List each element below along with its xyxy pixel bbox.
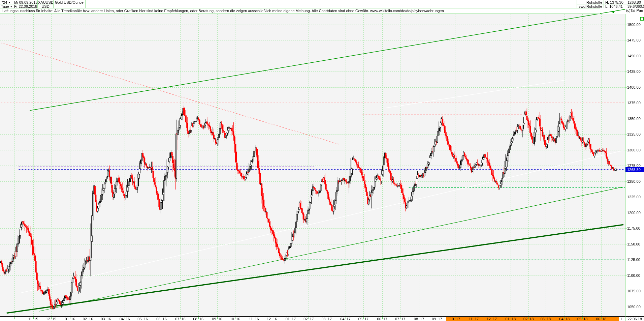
disclaimer-box: Haftungsausschluss für Inhalte: Alle Tre… — [0, 8, 600, 14]
x-axis-label: 02 17 — [303, 317, 314, 321]
y-axis-label: 1200.00 — [627, 211, 641, 215]
x-axis-label: 07 17 — [395, 317, 406, 321]
x-axis-label: 03 17 — [321, 317, 332, 321]
y-axis-label: 1500.00 — [627, 23, 641, 27]
y-axis-label: 1375.00 — [627, 101, 641, 105]
x-axis-label: 06 16 — [156, 317, 167, 321]
last-bar-marker-label: L — [621, 317, 623, 321]
price-chart-canvas[interactable] — [0, 0, 644, 321]
x-axis-label: 08 16 — [193, 317, 203, 321]
header-bar: 724 Tage Mi 09.09.2015 Fr 22.06.2018 XAU… — [0, 0, 644, 8]
x-axis-label: 12 16 — [267, 317, 277, 321]
y-axis-label: 1475.00 — [627, 38, 641, 42]
x-axis-label: 06 17 — [377, 317, 388, 321]
x-axis-label: 02 16 — [83, 317, 93, 321]
x-axis-label: 01 18 — [506, 317, 516, 321]
x-axis-label: 11 15 — [28, 317, 38, 321]
y-axis-label: 1275.00 — [627, 164, 641, 168]
y-axis-label: 1150.00 — [627, 242, 640, 246]
taipan-chart-window: 724 Tage Mi 09.09.2015 Fr 22.06.2018 XAU… — [0, 0, 644, 321]
x-axis-label: 03 16 — [101, 317, 111, 321]
y-axis-label: 1250.00 — [627, 179, 641, 183]
disclaimer-text: Haftungsausschluss für Inhalte: Alle Tre… — [2, 9, 599, 13]
x-axis-label: 04 16 — [120, 317, 130, 321]
instrument-name: Gold USD/Ounce — [55, 0, 84, 4]
x-axis-label: 07 16 — [175, 317, 186, 321]
x-axis-label: 12 15 — [46, 317, 57, 321]
last-price-badge: 1268.80 — [627, 168, 641, 172]
y-axis-label: 1100.00 — [627, 273, 640, 278]
y-axis-label: 1350.00 — [627, 117, 641, 121]
x-axis-label: 02 18 — [523, 317, 534, 321]
x-axis-label: 08 17 — [414, 317, 424, 321]
y-axis-label: 1325.00 — [627, 132, 641, 136]
y-axis-label: 1450.00 — [627, 54, 641, 58]
x-axis-label: 10 17 — [450, 317, 460, 321]
x-axis-label: 05 17 — [358, 317, 369, 321]
y-axis-label: 1050.00 — [627, 305, 641, 309]
y-axis-label: 1125.00 — [627, 258, 640, 262]
y-axis-label: 1400.00 — [627, 85, 641, 89]
x-axis-label: 04 17 — [340, 317, 351, 321]
copyright-label: (c)Tai-Pan — [620, 8, 644, 13]
x-axis-label: 06 18 — [596, 317, 607, 321]
y-axis-label: 1075.00 — [627, 289, 641, 293]
x-axis-label: 05 16 — [137, 317, 148, 321]
x-axis-label: 01 16 — [65, 317, 75, 321]
x-axis-label: 09 17 — [432, 317, 442, 321]
x-axis-label: 03 18 — [541, 317, 551, 321]
x-axis-label: 01 17 — [286, 317, 296, 321]
x-axis-label: 04 18 — [559, 317, 570, 321]
x-axis-label: 10 16 — [230, 317, 240, 321]
x-axis-label: 09 16 — [212, 317, 222, 321]
y-axis-label: 1425.00 — [627, 69, 641, 74]
x-axis-label: 05 18 — [577, 317, 588, 321]
last-date-label: 22.06.18 — [627, 317, 642, 321]
y-axis-label: 1175.00 — [627, 226, 640, 230]
x-axis-label: 11 17 — [469, 317, 479, 321]
x-axis-label: 12 17 — [487, 317, 497, 321]
y-axis-label: 1225.00 — [627, 195, 641, 199]
x-axis-label: 11 16 — [249, 317, 259, 321]
y-axis-label: 1300.00 — [627, 148, 641, 152]
